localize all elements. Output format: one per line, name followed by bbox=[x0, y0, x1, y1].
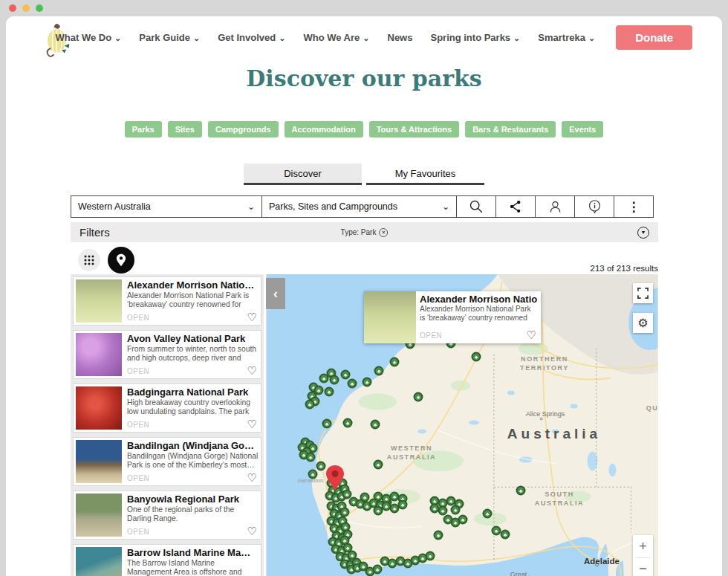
results-list[interactable]: Alexander Morrison Natio… Alexander Morr… bbox=[71, 274, 264, 576]
chip-events[interactable]: Events bbox=[562, 121, 603, 137]
chevron-down-icon: ⌄ bbox=[588, 35, 595, 41]
favourite-heart-icon[interactable]: ♡ bbox=[247, 312, 257, 323]
park-card-alexander-morrison[interactable]: Alexander Morrison Natio… Alexander Morr… bbox=[73, 276, 261, 326]
park-card-bandilngan[interactable]: Bandilngan (Windjana Go… Bandilngan (Win… bbox=[73, 437, 261, 486]
park-marker[interactable]: ♣ bbox=[516, 486, 526, 496]
park-marker[interactable]: ♣ bbox=[434, 531, 443, 540]
park-card-badgingarra[interactable]: Badgingarra National Park High breakaway… bbox=[73, 384, 261, 433]
park-marker[interactable]: ♣ bbox=[363, 378, 372, 387]
expand-filters-button[interactable]: ▼ bbox=[637, 227, 649, 239]
zoom-out-button[interactable]: − bbox=[633, 558, 653, 576]
favourite-heart-icon[interactable]: ♡ bbox=[247, 366, 257, 376]
park-marker[interactable]: ♣ bbox=[501, 530, 510, 540]
park-marker[interactable]: ♣ bbox=[348, 379, 357, 389]
category-select[interactable]: Parks, Sites and Campgrounds ⌄ bbox=[261, 195, 457, 218]
chip-tours-attractions[interactable]: Tours & Attractions bbox=[369, 121, 459, 137]
park-marker[interactable]: ♣ bbox=[341, 370, 351, 380]
page: What We Do⌄ Park Guide⌄ Get Involved⌄ Wh… bbox=[6, 16, 722, 576]
chip-accommodation[interactable]: Accommodation bbox=[285, 121, 363, 137]
active-filter-chip[interactable]: Type: Park ✕ bbox=[341, 228, 389, 237]
park-marker[interactable]: ♣ bbox=[374, 366, 384, 376]
red-pin-icon bbox=[325, 465, 345, 491]
grid-view-button[interactable] bbox=[78, 249, 100, 271]
chip-bars-restaurants[interactable]: Bars & Restaurants bbox=[465, 121, 556, 137]
park-name: Bandilngan (Windjana Go… bbox=[127, 440, 259, 451]
donate-button[interactable]: Donate bbox=[616, 25, 692, 50]
info-button[interactable] bbox=[574, 195, 614, 218]
favourite-heart-icon[interactable]: ♡ bbox=[247, 419, 257, 430]
fullscreen-button[interactable] bbox=[633, 283, 653, 303]
park-marker[interactable]: ♣ bbox=[325, 387, 334, 397]
chip-parks[interactable]: Parks bbox=[125, 121, 162, 137]
park-marker[interactable]: ♣ bbox=[472, 352, 481, 362]
region-select[interactable]: Western Australia ⌄ bbox=[71, 195, 262, 218]
park-marker[interactable]: ♣ bbox=[374, 460, 383, 470]
search-toolbar: Western Australia ⌄ Parks, Sites and Cam… bbox=[71, 195, 658, 218]
park-marker[interactable]: ♣ bbox=[305, 400, 315, 410]
favourite-heart-icon[interactable]: ♡ bbox=[247, 473, 257, 483]
park-card-barrow-island[interactable]: Barrow Island Marine Ma… The Barrow Isla… bbox=[73, 544, 261, 576]
favourite-heart-icon[interactable]: ♡ bbox=[527, 330, 536, 340]
park-marker[interactable]: ♣ bbox=[414, 392, 423, 402]
selected-park-pin[interactable] bbox=[325, 465, 345, 494]
share-button[interactable] bbox=[495, 195, 536, 218]
tab-discover[interactable]: Discover bbox=[244, 164, 362, 185]
nav-park-guide[interactable]: Park Guide⌄ bbox=[139, 32, 200, 43]
park-marker[interactable]: ♣ bbox=[374, 506, 383, 516]
remove-filter-icon[interactable]: ✕ bbox=[379, 228, 388, 237]
map-view-button[interactable] bbox=[108, 247, 134, 274]
chevron-down-circle-icon: ▼ bbox=[641, 230, 646, 235]
park-card-avon-valley[interactable]: Avon Valley National Park From summer to… bbox=[73, 330, 261, 379]
chip-sites[interactable]: Sites bbox=[168, 121, 202, 137]
zoom-in-button[interactable]: + bbox=[633, 535, 653, 557]
park-marker[interactable]: ♣ bbox=[308, 470, 318, 479]
park-marker[interactable]: ♣ bbox=[426, 551, 435, 561]
maximize-window-button[interactable] bbox=[36, 4, 43, 12]
park-marker[interactable]: ♣ bbox=[451, 505, 461, 515]
park-marker[interactable]: ♣ bbox=[398, 500, 408, 510]
tab-my-favourites[interactable]: My Favourites bbox=[366, 164, 484, 185]
search-button[interactable] bbox=[456, 195, 496, 218]
park-marker[interactable]: ♣ bbox=[430, 504, 440, 514]
account-button[interactable] bbox=[535, 195, 575, 218]
share-icon bbox=[508, 199, 523, 214]
favourite-heart-icon[interactable]: ♡ bbox=[247, 526, 257, 537]
park-marker[interactable]: ♣ bbox=[319, 374, 329, 384]
park-card-body: Banyowla Regional Park One of the region… bbox=[127, 494, 259, 537]
search-icon bbox=[468, 198, 484, 215]
map-info-card[interactable]: Alexander Morrison Natio… Alexander Morr… bbox=[364, 291, 541, 343]
park-card-banyowla[interactable]: Banyowla Regional Park One of the region… bbox=[73, 491, 261, 540]
minimize-window-button[interactable] bbox=[22, 4, 30, 12]
map-canvas[interactable]: NORTHERN TERRITORYWESTERN AUSTRALIASOUTH… bbox=[266, 274, 658, 576]
park-marker[interactable]: ♣ bbox=[390, 357, 400, 367]
park-marker[interactable]: ♣ bbox=[373, 565, 383, 575]
close-window-button[interactable] bbox=[9, 4, 16, 12]
more-options-button[interactable]: ⋮ bbox=[614, 195, 654, 218]
park-name: Alexander Morrison Natio… bbox=[127, 279, 259, 291]
info-card-thumbnail bbox=[364, 291, 416, 343]
park-card-footer: OPEN ♡ bbox=[127, 473, 257, 483]
park-marker[interactable]: ♣ bbox=[330, 375, 339, 385]
park-name: Banyowla Regional Park bbox=[127, 494, 259, 505]
nav-who-we-are[interactable]: Who We Are⌄ bbox=[303, 32, 369, 43]
nav-smartreka[interactable]: Smartreka⌄ bbox=[538, 32, 595, 43]
map-settings-button[interactable]: ⚙ bbox=[633, 313, 653, 333]
nav-get-involved[interactable]: Get Involved⌄ bbox=[218, 32, 285, 43]
nav-what-we-do[interactable]: What We Do⌄ bbox=[56, 32, 122, 43]
collapse-list-button[interactable]: ‹ bbox=[266, 278, 285, 309]
park-card-body: Bandilngan (Windjana Go… Bandilngan (Win… bbox=[127, 440, 259, 483]
chip-campgrounds[interactable]: Campgrounds bbox=[208, 121, 279, 137]
park-card-body: Badgingarra National Park High breakaway… bbox=[127, 386, 259, 430]
nav-spring-into-parks[interactable]: Spring into Parks⌄ bbox=[430, 32, 520, 43]
chevron-down-icon: ⌄ bbox=[442, 204, 449, 209]
park-marker[interactable]: ♣ bbox=[483, 509, 493, 519]
park-marker[interactable]: ♣ bbox=[458, 515, 468, 525]
park-marker[interactable]: ♣ bbox=[371, 420, 380, 430]
park-marker[interactable]: ♣ bbox=[306, 453, 316, 462]
park-card-body: Avon Valley National Park From summer to… bbox=[127, 333, 259, 376]
nav-news[interactable]: News bbox=[388, 32, 413, 43]
park-marker[interactable]: ♣ bbox=[360, 493, 370, 502]
park-marker[interactable]: ♣ bbox=[322, 419, 332, 429]
park-marker[interactable]: ♣ bbox=[343, 418, 353, 428]
view-tabs: Discover My Favourites bbox=[6, 164, 722, 185]
